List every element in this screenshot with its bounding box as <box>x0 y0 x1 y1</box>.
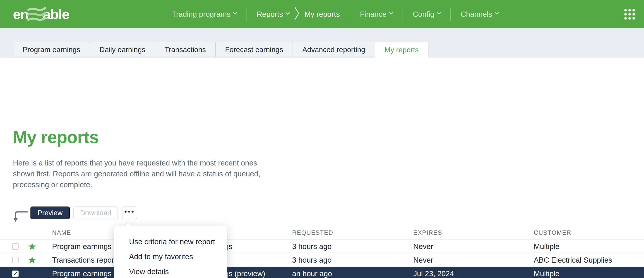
tab-forecast-earnings[interactable]: Forecast earnings <box>215 42 293 57</box>
chevron-down-icon <box>389 10 393 14</box>
nav-divider <box>402 8 403 21</box>
menu-item-view-details[interactable]: View details <box>114 264 227 278</box>
more-actions-button[interactable]: ••• <box>122 206 137 219</box>
menu-item-add-favorites[interactable]: Add to my favorites <box>114 249 227 264</box>
nav-item-trading-programs[interactable]: Trading programs <box>172 10 237 18</box>
logo-text-right: able <box>43 6 69 22</box>
preview-button[interactable]: Preview <box>30 206 70 219</box>
tab-transactions[interactable]: Transactions <box>155 42 216 57</box>
menu-item-use-criteria[interactable]: Use criteria for new report <box>114 234 227 249</box>
main-nav: Trading programs Reports My reports Fina… <box>172 0 498 28</box>
cell-customer: ABC Electrical Supplies <box>534 253 642 267</box>
cell-requested: 3 hours ago <box>292 240 401 253</box>
logo-wave-icon <box>27 6 46 23</box>
cell-customer: Multiple <box>534 267 642 278</box>
column-header-customer[interactable]: CUSTOMER <box>534 226 642 240</box>
page-description: Here is a list of reports that you have … <box>13 158 276 190</box>
nav-item-reports[interactable]: Reports <box>257 10 289 18</box>
brand-logo[interactable]: en able <box>13 6 69 23</box>
table-row-selected[interactable]: ✓ Program earnings (preview) report Prog… <box>0 267 644 278</box>
cell-requested: an hour ago <box>292 267 401 278</box>
tab-my-reports[interactable]: My reports <box>375 42 428 58</box>
favorite-star-icon[interactable]: ★ <box>28 253 36 267</box>
favorite-star-icon[interactable]: ★ <box>28 240 36 253</box>
reports-table: NAME REQUESTED EXPIRES CUSTOMER ★ Progra… <box>0 226 644 278</box>
context-menu: Use criteria for new report Add to my fa… <box>114 226 227 278</box>
logo-text-left: en <box>13 6 28 22</box>
return-arrow-icon <box>13 210 29 224</box>
tab-program-earnings[interactable]: Program earnings <box>13 42 90 57</box>
chevron-down-icon <box>286 10 290 14</box>
row-checkbox[interactable] <box>12 243 18 250</box>
context-menu-caret <box>124 222 133 231</box>
nav-item-finance[interactable]: Finance <box>360 10 392 18</box>
tab-advanced-reporting[interactable]: Advanced reporting <box>292 42 375 57</box>
nav-divider <box>246 8 247 21</box>
cell-customer: Multiple <box>534 240 642 253</box>
top-navigation-bar: en able Trading programs Reports My repo… <box>0 0 644 28</box>
chevron-down-icon <box>233 10 237 14</box>
chevron-down-icon <box>437 10 441 14</box>
tab-strip: Program earnings Daily earnings Transact… <box>0 28 644 58</box>
cell-requested: 3 hours ago <box>292 253 401 267</box>
tab-daily-earnings[interactable]: Daily earnings <box>90 42 155 57</box>
column-header-requested[interactable]: REQUESTED <box>292 226 401 240</box>
nav-item-my-reports[interactable]: My reports <box>304 10 340 18</box>
nav-item-config[interactable]: Config <box>413 10 440 18</box>
row-checkbox-checked[interactable]: ✓ <box>12 270 18 277</box>
cell-expires: Jul 23, 2024 <box>413 267 520 278</box>
actions-toolbar: Preview Download ••• <box>0 206 644 219</box>
table-row[interactable]: ★ Transactions report 3 hours ago Never … <box>0 253 644 267</box>
cell-expires: Never <box>413 240 520 253</box>
download-button[interactable]: Download <box>73 206 118 219</box>
main-content: My reports Here is a list of reports tha… <box>0 58 644 278</box>
apps-grid-icon[interactable] <box>624 9 635 20</box>
table-row[interactable]: ★ Program earnings report Program earnin… <box>0 240 644 253</box>
cell-expires: Never <box>413 253 520 267</box>
breadcrumb-chevron-icon <box>294 6 300 22</box>
row-checkbox[interactable] <box>12 257 18 263</box>
column-header-expires[interactable]: EXPIRES <box>413 226 520 240</box>
page-title: My reports <box>13 127 99 147</box>
table-header-row: NAME REQUESTED EXPIRES CUSTOMER <box>0 226 644 240</box>
nav-item-channels[interactable]: Channels <box>460 10 498 18</box>
chevron-down-icon <box>495 10 499 14</box>
